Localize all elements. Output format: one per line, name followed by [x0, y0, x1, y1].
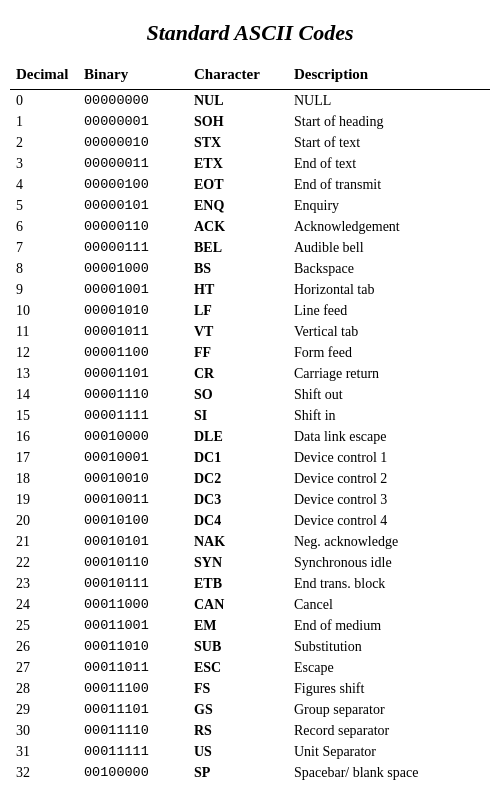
cell-binary: 00001101 [78, 363, 188, 384]
cell-binary: 00010110 [78, 552, 188, 573]
cell-description: Unit Separator [288, 741, 490, 762]
table-row: 2700011011ESCEscape [10, 657, 490, 678]
cell-character: NUL [188, 90, 288, 112]
cell-character: SYN [188, 552, 288, 573]
cell-binary: 00010001 [78, 447, 188, 468]
cell-character: DC1 [188, 447, 288, 468]
table-row: 2800011100FSFigures shift [10, 678, 490, 699]
cell-description: Device control 1 [288, 447, 490, 468]
table-row: 2200010110SYNSynchronous idle [10, 552, 490, 573]
cell-character: STX [188, 132, 288, 153]
table-row: 3100011111USUnit Separator [10, 741, 490, 762]
table-row: 800001000BSBackspace [10, 258, 490, 279]
cell-binary: 00011000 [78, 594, 188, 615]
cell-decimal: 10 [10, 300, 78, 321]
cell-character: ENQ [188, 195, 288, 216]
cell-decimal: 3 [10, 153, 78, 174]
cell-decimal: 7 [10, 237, 78, 258]
table-row: 400000100EOTEnd of transmit [10, 174, 490, 195]
cell-binary: 00011101 [78, 699, 188, 720]
cell-character: US [188, 741, 288, 762]
cell-decimal: 30 [10, 720, 78, 741]
col-description: Description [288, 62, 490, 90]
cell-binary: 00011100 [78, 678, 188, 699]
cell-character: DC4 [188, 510, 288, 531]
page-title: Standard ASCII Codes [10, 20, 490, 46]
cell-decimal: 17 [10, 447, 78, 468]
cell-decimal: 19 [10, 489, 78, 510]
cell-decimal: 27 [10, 657, 78, 678]
cell-character: SP [188, 762, 288, 783]
cell-character: LF [188, 300, 288, 321]
cell-description: End of text [288, 153, 490, 174]
cell-binary: 00001110 [78, 384, 188, 405]
cell-character: ACK [188, 216, 288, 237]
cell-binary: 00000001 [78, 111, 188, 132]
table-row: 1600010000DLEData link escape [10, 426, 490, 447]
cell-description: Data link escape [288, 426, 490, 447]
cell-binary: 00001010 [78, 300, 188, 321]
table-row: 2300010111ETBEnd trans. block [10, 573, 490, 594]
cell-description: Figures shift [288, 678, 490, 699]
cell-character: DC3 [188, 489, 288, 510]
col-binary: Binary [78, 62, 188, 90]
cell-decimal: 15 [10, 405, 78, 426]
cell-description: Record separator [288, 720, 490, 741]
cell-description: Spacebar/ blank space [288, 762, 490, 783]
table-row: 200000010STXStart of text [10, 132, 490, 153]
cell-decimal: 13 [10, 363, 78, 384]
cell-character: VT [188, 321, 288, 342]
cell-description: Audible bell [288, 237, 490, 258]
cell-decimal: 24 [10, 594, 78, 615]
cell-decimal: 12 [10, 342, 78, 363]
cell-binary: 00011111 [78, 741, 188, 762]
table-row: 1900010011DC3Device control 3 [10, 489, 490, 510]
cell-decimal: 1 [10, 111, 78, 132]
cell-character: CAN [188, 594, 288, 615]
cell-description: Enquiry [288, 195, 490, 216]
cell-description: End of medium [288, 615, 490, 636]
cell-binary: 00000011 [78, 153, 188, 174]
cell-character: BS [188, 258, 288, 279]
cell-description: Cancel [288, 594, 490, 615]
table-row: 3000011110RSRecord separator [10, 720, 490, 741]
cell-description: Device control 3 [288, 489, 490, 510]
cell-binary: 00010000 [78, 426, 188, 447]
cell-binary: 00000110 [78, 216, 188, 237]
cell-binary: 00010010 [78, 468, 188, 489]
cell-character: EOT [188, 174, 288, 195]
cell-decimal: 26 [10, 636, 78, 657]
cell-decimal: 32 [10, 762, 78, 783]
cell-decimal: 23 [10, 573, 78, 594]
cell-description: Horizontal tab [288, 279, 490, 300]
cell-decimal: 16 [10, 426, 78, 447]
cell-binary: 00010011 [78, 489, 188, 510]
cell-description: Vertical tab [288, 321, 490, 342]
cell-binary: 00001111 [78, 405, 188, 426]
cell-decimal: 11 [10, 321, 78, 342]
cell-character: ETX [188, 153, 288, 174]
cell-decimal: 25 [10, 615, 78, 636]
cell-description: Shift out [288, 384, 490, 405]
cell-binary: 00001001 [78, 279, 188, 300]
cell-binary: 00100000 [78, 762, 188, 783]
col-decimal: Decimal [10, 62, 78, 90]
cell-decimal: 28 [10, 678, 78, 699]
table-row: 1800010010DC2Device control 2 [10, 468, 490, 489]
cell-binary: 00001011 [78, 321, 188, 342]
cell-decimal: 0 [10, 90, 78, 112]
cell-binary: 00000010 [78, 132, 188, 153]
cell-description: Backspace [288, 258, 490, 279]
table-row: 2000010100DC4Device control 4 [10, 510, 490, 531]
cell-description: Start of text [288, 132, 490, 153]
ascii-table: Decimal Binary Character Description 000… [10, 62, 490, 783]
cell-decimal: 18 [10, 468, 78, 489]
cell-decimal: 5 [10, 195, 78, 216]
table-row: 700000111BELAudible bell [10, 237, 490, 258]
cell-character: BEL [188, 237, 288, 258]
table-row: 2100010101NAKNeg. acknowledge [10, 531, 490, 552]
table-row: 1500001111SIShift in [10, 405, 490, 426]
cell-character: HT [188, 279, 288, 300]
cell-character: SI [188, 405, 288, 426]
cell-description: Start of heading [288, 111, 490, 132]
